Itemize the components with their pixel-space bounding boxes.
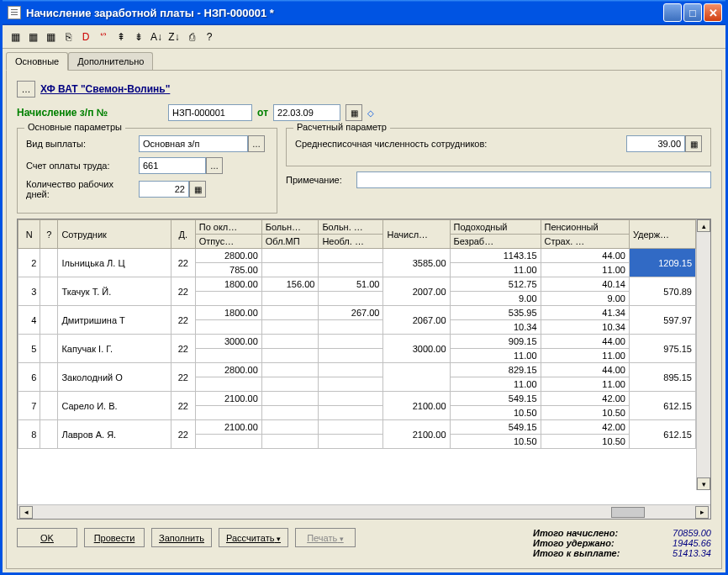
toolbar: ▦ ▦ ▦ ⎘ D ᔥ ⇞ ⇟ A↓ Z↓ ⎙ ?	[3, 25, 725, 49]
zapolnit-button[interactable]: Заполнить	[151, 528, 212, 547]
col-n[interactable]: N	[18, 220, 40, 249]
doc-number-input[interactable]	[168, 104, 252, 121]
tb-dn-icon[interactable]: ⇟	[131, 29, 146, 45]
total-nach-label: Итого начислено:	[533, 528, 642, 538]
titlebar: Начисление заработной платы - НЗП-000001…	[3, 0, 725, 25]
scroll-down-icon[interactable]: ▾	[697, 477, 710, 490]
account-picker[interactable]: …	[206, 157, 223, 174]
tb-sort-asc-icon[interactable]: A↓	[149, 29, 164, 45]
doc-number-label: Начисление з/п №	[17, 107, 108, 119]
scroll-left-icon[interactable]: ◂	[19, 506, 33, 519]
tb-grid3-icon[interactable]: ▦	[43, 29, 58, 45]
avg-count-input[interactable]	[626, 135, 685, 152]
tb-db-icon[interactable]: D	[78, 29, 93, 45]
tb-filter-icon[interactable]: ⎙	[184, 29, 199, 45]
col-uderzh[interactable]: Удерж…	[629, 220, 695, 249]
note-label: Примечание:	[286, 175, 353, 185]
table-row[interactable]: 4Дмитришина Т221800.00267.002067.00535.9…	[18, 306, 696, 320]
note-input[interactable]	[356, 171, 711, 188]
data-table-wrap: N ? Сотрудник Д. По окл… Больн… Больн. ……	[17, 219, 711, 520]
col-podoh[interactable]: Подоходный	[450, 220, 541, 235]
pechat-button: Печать	[295, 528, 356, 547]
total-ud-value: 19445.66	[652, 538, 711, 548]
pay-type-label: Вид выплаты:	[26, 139, 135, 149]
scroll-right-icon[interactable]: ▸	[695, 506, 709, 519]
table-row[interactable]: 8Лавров А. Я.222100.002100.00549.1542.00…	[18, 420, 696, 435]
days-label: Количество рабочих дней:	[26, 179, 135, 199]
col-pension[interactable]: Пенсионный	[541, 220, 629, 235]
account-input[interactable]	[139, 157, 206, 174]
tb-dbx-icon[interactable]: ᔥ	[96, 29, 111, 45]
col-q[interactable]: ?	[40, 220, 58, 249]
rasschitat-button[interactable]: Рассчитать	[219, 528, 288, 547]
date-nav-arrows[interactable]: ◇	[367, 108, 374, 118]
avg-count-label: Среднесписочная численность сотрудников:	[295, 139, 623, 149]
tab-content-main: … ХФ ВАТ "Свемон-Волинь" Начисление з/п …	[6, 70, 722, 569]
tab-bar: Основные Дополнительно	[3, 49, 725, 70]
scroll-up-icon[interactable]: ▴	[697, 219, 710, 232]
table-row[interactable]: 5Капучак І. Г.223000.003000.00909.1544.0…	[18, 335, 696, 349]
col-employee[interactable]: Сотрудник	[58, 220, 171, 249]
tb-up-icon[interactable]: ⇞	[113, 29, 129, 45]
window-title: Начисление заработной платы - НЗП-000001…	[26, 7, 663, 19]
tb-copy-icon[interactable]: ⎘	[61, 29, 76, 45]
tb-grid-icon[interactable]: ▦	[8, 29, 23, 45]
table-row[interactable]: 6Заколодний О222800.00829.1544.00895.15	[18, 363, 696, 377]
org-picker-button[interactable]: …	[17, 81, 35, 98]
main-params-legend: Основные параметры	[24, 122, 125, 132]
col-neobl[interactable]: Необл. …	[319, 235, 383, 249]
col-strah[interactable]: Страх. …	[541, 235, 629, 249]
calc-param-fieldset: Расчетный параметр Среднесписочная числе…	[286, 128, 711, 166]
vertical-scrollbar[interactable]: ▴ ▾	[696, 219, 710, 490]
tab-extra[interactable]: Дополнительно	[68, 52, 153, 70]
table-row[interactable]: 2Ільницька Л. Ц222800.003585.001143.1544…	[18, 249, 696, 263]
horizontal-scrollbar[interactable]: ◂ ▸	[18, 504, 710, 519]
total-nach-value: 70859.00	[652, 528, 711, 538]
calc-param-legend: Расчетный параметр	[293, 122, 390, 132]
table-row[interactable]: 3Ткачук Т. Й.221800.00156.0051.002007.00…	[18, 277, 696, 292]
pay-type-input[interactable]	[139, 135, 248, 152]
col-nachisl[interactable]: Начисл…	[383, 220, 450, 249]
date-from-label: от	[257, 107, 268, 119]
tb-sort-desc-icon[interactable]: Z↓	[166, 29, 182, 45]
col-oklad[interactable]: По окл…	[195, 220, 261, 235]
totals-block: Итого начислено:70859.00 Итого удержано:…	[533, 528, 711, 558]
days-input[interactable]	[139, 181, 189, 198]
total-ud-label: Итого удержано:	[533, 538, 642, 548]
pay-type-picker[interactable]: …	[248, 135, 265, 152]
total-vypl-value: 51413.34	[652, 548, 711, 558]
app-window: Начисление заработной платы - НЗП-000001…	[0, 0, 728, 575]
account-label: Счет оплаты труда:	[26, 161, 135, 171]
tb-grid2-icon[interactable]: ▦	[25, 29, 40, 45]
col-obl[interactable]: Обл.МП	[261, 235, 319, 249]
table-row[interactable]: 7Сарело И. В.222100.002100.00549.1542.00…	[18, 392, 696, 406]
col-days[interactable]: Д.	[171, 220, 195, 249]
col-bezrab[interactable]: Безраб…	[450, 235, 541, 249]
payroll-table[interactable]: N ? Сотрудник Д. По окл… Больн… Больн. ……	[18, 219, 696, 449]
doc-date-input[interactable]	[273, 104, 340, 121]
provesti-button[interactable]: Провести	[84, 528, 145, 547]
org-link[interactable]: ХФ ВАТ "Свемон-Волинь"	[40, 83, 170, 95]
col-boln1[interactable]: Больн…	[261, 220, 319, 235]
calendar-icon[interactable]: ▦	[346, 104, 362, 121]
total-vypl-label: Итого к выплате:	[533, 548, 642, 558]
ok-button[interactable]: OK	[17, 528, 77, 547]
days-calc-icon[interactable]: ▦	[189, 181, 206, 198]
close-button[interactable]: ✕	[704, 3, 722, 22]
main-params-fieldset: Основные параметры Вид выплаты: … Счет о…	[17, 128, 277, 214]
tab-main[interactable]: Основные	[6, 52, 68, 71]
tb-help-icon[interactable]: ?	[202, 29, 217, 45]
maximize-button[interactable]: □	[683, 3, 702, 22]
col-otpusk[interactable]: Отпус…	[195, 235, 261, 249]
minimize-button[interactable]: _	[663, 3, 682, 22]
col-boln2[interactable]: Больн. …	[319, 220, 383, 235]
avg-calc-icon[interactable]: ▦	[685, 135, 702, 152]
document-icon	[8, 6, 21, 19]
